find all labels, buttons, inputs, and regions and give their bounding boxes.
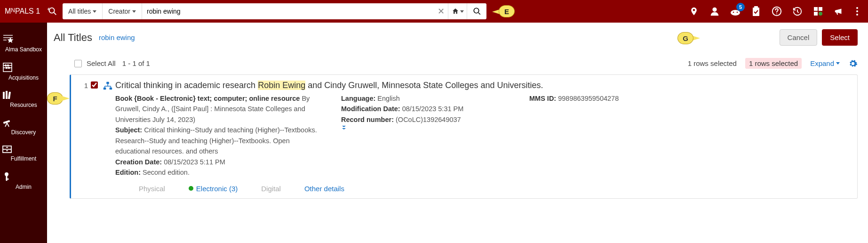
- svg-rect-9: [754, 6, 758, 8]
- svg-point-22: [8, 65, 9, 66]
- main-content: All Titles robin ewing Cancel Select Sel…: [47, 23, 868, 199]
- creation-date-value: 08/15/2023 5:11 PM: [162, 158, 225, 166]
- tab-electronic[interactable]: Electronic (3): [189, 185, 238, 193]
- meta-column-3: MMS ID: 9989863959504278: [529, 93, 850, 178]
- svg-point-13: [856, 10, 858, 12]
- tab-other-details[interactable]: Other details: [304, 185, 344, 193]
- search-field-dropdown[interactable]: Creator: [103, 3, 142, 19]
- svg-line-3: [478, 13, 480, 15]
- modification-date-value: 08/15/2023 5:31 PM: [400, 105, 464, 113]
- svg-point-2: [474, 8, 479, 13]
- expand-dropdown[interactable]: Expand: [810, 59, 840, 67]
- sidebar-item-sandbox[interactable]: Alma Sandbox: [0, 29, 47, 57]
- sidebar-item-acquisitions[interactable]: Acquisitions: [0, 57, 47, 86]
- abacus-icon: [2, 62, 45, 73]
- result-checkbox-wrap: [88, 81, 100, 193]
- logo-part: M: [5, 7, 11, 15]
- user-icon[interactable]: [709, 6, 720, 17]
- subject-label: Subject:: [115, 126, 142, 134]
- annotation-pointer: [693, 36, 700, 40]
- location-pin-icon[interactable]: [688, 6, 700, 17]
- search-scope-home-dropdown[interactable]: [448, 3, 467, 19]
- language-value: English: [375, 95, 400, 102]
- recent-history-icon[interactable]: [792, 6, 803, 17]
- svg-point-12: [856, 7, 858, 9]
- svg-line-1: [54, 13, 56, 15]
- sidebar-item-label: Discovery: [11, 129, 36, 136]
- svg-rect-25: [3, 92, 5, 99]
- svg-point-14: [856, 14, 858, 16]
- result-tabs: Physical Electronic (3) Digital Other de…: [115, 185, 850, 193]
- help-icon[interactable]: [771, 6, 782, 17]
- sidebar-item-fulfillment[interactable]: Fulfillment: [0, 140, 47, 167]
- status-dot-icon: [189, 186, 193, 191]
- books-icon: [2, 90, 45, 100]
- expand-label: Expand: [810, 59, 834, 67]
- clipboard-icon[interactable]: [750, 6, 762, 17]
- svg-rect-39: [104, 88, 106, 90]
- search-scope-label: All titles: [68, 8, 91, 15]
- annotation-pointer: [62, 96, 70, 101]
- apps-grid-icon[interactable]: [812, 6, 824, 17]
- meta-column-2: Language: English Modification Date: 08/…: [341, 93, 506, 178]
- result-title[interactable]: Critical thinking in academic research R…: [115, 81, 850, 90]
- svg-line-30: [7, 123, 9, 127]
- logo-part: PALS: [15, 7, 34, 15]
- result-count: 1 - 1 of 1: [122, 59, 150, 67]
- select-all-checkbox[interactable]: [74, 60, 82, 67]
- sidebar-item-admin[interactable]: Admin: [0, 167, 47, 195]
- svg-rect-8: [753, 8, 759, 16]
- persistent-search-icon[interactable]: [48, 6, 58, 16]
- result-checkbox[interactable]: [91, 81, 98, 89]
- tab-physical: Physical: [139, 185, 165, 193]
- modification-date-label: Modification Date:: [341, 105, 400, 113]
- header-right-icons: 5: [688, 6, 863, 17]
- tab-digital: Digital: [261, 185, 281, 193]
- cancel-button[interactable]: Cancel: [780, 29, 818, 46]
- app-logo: MNPALS 1: [5, 7, 40, 16]
- title-text: Critical thinking in academic research: [115, 81, 258, 90]
- svg-point-4: [712, 8, 717, 12]
- list-toolbar: Select All 1 - 1 of 1 1 rows selected 1 …: [54, 55, 858, 74]
- annotation-f: F: [47, 92, 63, 105]
- sidebar-item-resources[interactable]: Resources: [0, 86, 47, 113]
- search-field-label: Creator: [108, 8, 130, 15]
- caret-down-icon: [132, 10, 136, 13]
- announce-icon[interactable]: [833, 6, 844, 17]
- clear-search-icon[interactable]: ✕: [434, 6, 448, 16]
- breadcrumb-search-term[interactable]: robin ewing: [99, 33, 135, 41]
- result-card: 1 Critical thinking in academic research…: [70, 74, 858, 199]
- sidebar-item-label: Alma Sandbox: [5, 46, 42, 53]
- edition-value: Second edition.: [141, 169, 190, 176]
- header-bar: MNPALS 1 All titles Creator ✕ E: [0, 0, 868, 23]
- sidebar-item-label: Resources: [10, 102, 37, 108]
- svg-point-0: [49, 8, 55, 13]
- language-label: Language:: [341, 95, 375, 102]
- annotation-g: G: [677, 32, 693, 44]
- tab-electronic-label: Electronic (3): [196, 185, 238, 193]
- page-title: All Titles: [54, 32, 92, 44]
- mms-id-label: MMS ID:: [529, 95, 556, 102]
- cloud-tasks-icon[interactable]: 5: [730, 6, 741, 17]
- creation-date-label: Creation Date:: [115, 158, 162, 166]
- sidebar-item-discovery[interactable]: Discovery: [0, 113, 47, 140]
- tasks-badge: 5: [736, 3, 745, 11]
- expand-record-number-icon[interactable]: [341, 125, 506, 130]
- svg-rect-36: [6, 176, 8, 181]
- drawer-icon: [2, 145, 45, 154]
- gear-icon[interactable]: [848, 59, 858, 68]
- select-button[interactable]: Select: [822, 29, 858, 46]
- caret-down-icon: [460, 10, 464, 13]
- caret-down-icon: [93, 10, 96, 13]
- search-go-button[interactable]: [467, 3, 486, 19]
- record-number-value: (OCoLC)1392649037: [394, 116, 461, 123]
- search-scope-dropdown[interactable]: All titles: [63, 3, 103, 19]
- more-menu-icon[interactable]: [854, 6, 860, 17]
- telescope-icon: [2, 118, 45, 127]
- svg-point-7: [737, 12, 738, 13]
- select-all-label: Select All: [87, 59, 116, 67]
- key-icon: [2, 171, 45, 182]
- mms-id-value: 9989863959504278: [556, 95, 619, 102]
- svg-rect-26: [6, 91, 8, 99]
- search-input[interactable]: [142, 3, 434, 19]
